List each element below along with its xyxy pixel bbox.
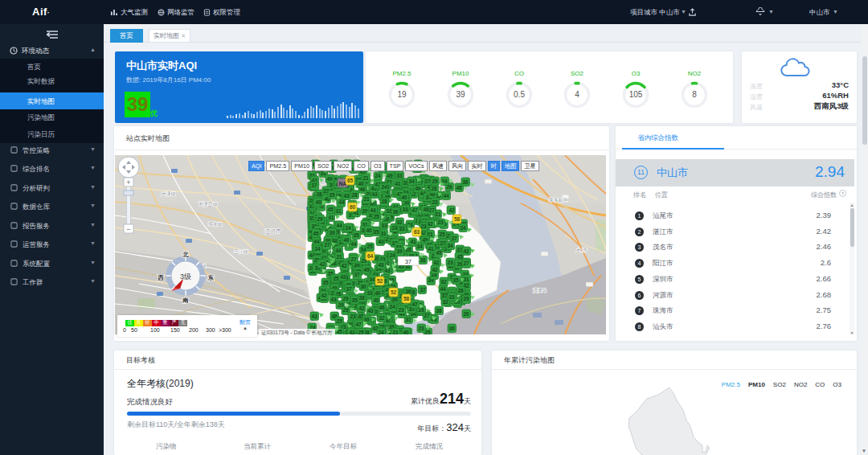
svg-text:44: 44 bbox=[338, 199, 345, 205]
svg-text:三江镇: 三江镇 bbox=[234, 249, 248, 255]
svg-text:64: 64 bbox=[367, 253, 374, 259]
svg-text:25: 25 bbox=[373, 214, 379, 219]
svg-text:23: 23 bbox=[447, 260, 453, 265]
svg-text:33: 33 bbox=[366, 290, 373, 296]
svg-text:48: 48 bbox=[423, 207, 429, 212]
svg-text:40: 40 bbox=[401, 195, 407, 200]
svg-text:35: 35 bbox=[322, 280, 329, 285]
svg-text:49: 49 bbox=[315, 199, 321, 205]
svg-text:48: 48 bbox=[456, 185, 462, 191]
svg-text:58: 58 bbox=[454, 216, 461, 222]
svg-text:41: 41 bbox=[428, 246, 434, 252]
svg-text:37: 37 bbox=[451, 236, 457, 241]
svg-text:43: 43 bbox=[378, 239, 384, 244]
svg-text:40: 40 bbox=[375, 290, 381, 296]
svg-text:52: 52 bbox=[377, 278, 383, 284]
svg-text:29: 29 bbox=[338, 302, 344, 308]
svg-text:44: 44 bbox=[443, 193, 449, 199]
svg-text:大泽镇: 大泽镇 bbox=[162, 191, 176, 197]
svg-text:38: 38 bbox=[436, 308, 442, 314]
svg-text:36: 36 bbox=[448, 326, 455, 331]
svg-text:27: 27 bbox=[463, 260, 469, 266]
svg-text:65: 65 bbox=[347, 178, 354, 183]
svg-text:24: 24 bbox=[389, 304, 395, 309]
svg-text:63: 63 bbox=[414, 229, 420, 235]
svg-text:42: 42 bbox=[463, 248, 469, 254]
svg-text:25: 25 bbox=[366, 244, 373, 249]
svg-text:40: 40 bbox=[366, 228, 372, 233]
svg-text:大 湾: 大 湾 bbox=[576, 248, 587, 253]
svg-text:60: 60 bbox=[350, 204, 356, 210]
svg-text:42: 42 bbox=[448, 207, 455, 213]
svg-text:29: 29 bbox=[342, 296, 349, 301]
svg-text:24: 24 bbox=[389, 252, 395, 258]
svg-text:24: 24 bbox=[381, 184, 387, 190]
svg-text:25: 25 bbox=[358, 330, 364, 334]
svg-text:37: 37 bbox=[311, 182, 317, 188]
svg-text:46: 46 bbox=[379, 305, 385, 310]
svg-text:35: 35 bbox=[373, 229, 379, 235]
svg-text:27: 27 bbox=[424, 178, 431, 184]
svg-text:36: 36 bbox=[392, 209, 399, 215]
svg-text:37: 37 bbox=[354, 272, 360, 277]
svg-text:45: 45 bbox=[313, 231, 319, 236]
svg-text:42: 42 bbox=[341, 263, 347, 268]
svg-text:21: 21 bbox=[336, 254, 342, 260]
svg-text:28: 28 bbox=[431, 186, 437, 191]
svg-text:34: 34 bbox=[447, 243, 453, 248]
svg-text:43: 43 bbox=[340, 274, 346, 280]
svg-text:33: 33 bbox=[399, 226, 405, 232]
svg-text:45: 45 bbox=[436, 250, 442, 256]
svg-text:32: 32 bbox=[396, 219, 403, 225]
svg-text:47: 47 bbox=[411, 207, 418, 213]
svg-text:44: 44 bbox=[370, 207, 376, 213]
svg-text:41: 41 bbox=[395, 181, 401, 187]
svg-text:31: 31 bbox=[380, 231, 387, 236]
svg-text:49: 49 bbox=[387, 173, 393, 178]
svg-text:44: 44 bbox=[336, 223, 342, 228]
svg-text:24: 24 bbox=[375, 173, 381, 178]
svg-text:42: 42 bbox=[433, 260, 440, 265]
svg-text:31: 31 bbox=[335, 208, 342, 214]
svg-text:23: 23 bbox=[420, 223, 427, 229]
svg-text:28: 28 bbox=[351, 192, 358, 198]
svg-text:天津卫镇: 天津卫镇 bbox=[199, 201, 217, 207]
svg-text:23: 23 bbox=[432, 199, 438, 205]
svg-text:21: 21 bbox=[363, 196, 370, 202]
svg-text:30: 30 bbox=[360, 284, 366, 289]
svg-text:+: + bbox=[126, 178, 130, 187]
svg-text:24: 24 bbox=[378, 330, 384, 334]
svg-text:44: 44 bbox=[350, 241, 357, 247]
svg-text:淇澳岛: 淇澳岛 bbox=[533, 288, 547, 293]
svg-text:23: 23 bbox=[437, 219, 444, 225]
svg-text:江门市: 江门市 bbox=[264, 228, 281, 235]
svg-text:32: 32 bbox=[379, 315, 385, 321]
svg-text:24: 24 bbox=[460, 225, 466, 231]
svg-text:47: 47 bbox=[355, 322, 362, 327]
svg-text:33: 33 bbox=[448, 294, 455, 300]
svg-text:翠亨新区: 翠亨新区 bbox=[549, 197, 567, 203]
svg-text:27: 27 bbox=[440, 240, 446, 246]
svg-text:49: 49 bbox=[363, 267, 370, 273]
svg-text:38: 38 bbox=[420, 257, 426, 263]
svg-text:23: 23 bbox=[418, 326, 424, 331]
svg-text:32: 32 bbox=[440, 279, 447, 285]
svg-text:37: 37 bbox=[405, 259, 411, 264]
svg-text:27: 27 bbox=[324, 242, 330, 248]
svg-text:36: 36 bbox=[462, 179, 469, 185]
svg-text:58: 58 bbox=[403, 296, 410, 301]
svg-text:35: 35 bbox=[353, 232, 359, 238]
svg-text:42: 42 bbox=[319, 261, 326, 267]
svg-text:25: 25 bbox=[439, 232, 445, 237]
svg-text:29: 29 bbox=[317, 216, 323, 222]
svg-text:34: 34 bbox=[408, 178, 415, 184]
svg-text:双水镇: 双水镇 bbox=[208, 221, 223, 227]
svg-text:42: 42 bbox=[321, 293, 327, 298]
svg-text:34: 34 bbox=[369, 277, 375, 282]
svg-text:23: 23 bbox=[398, 307, 404, 313]
svg-text:49: 49 bbox=[326, 176, 333, 182]
svg-text:24: 24 bbox=[314, 246, 321, 252]
svg-text:28: 28 bbox=[381, 199, 387, 204]
svg-text:3级: 3级 bbox=[180, 273, 191, 281]
svg-text:37: 37 bbox=[420, 287, 426, 293]
